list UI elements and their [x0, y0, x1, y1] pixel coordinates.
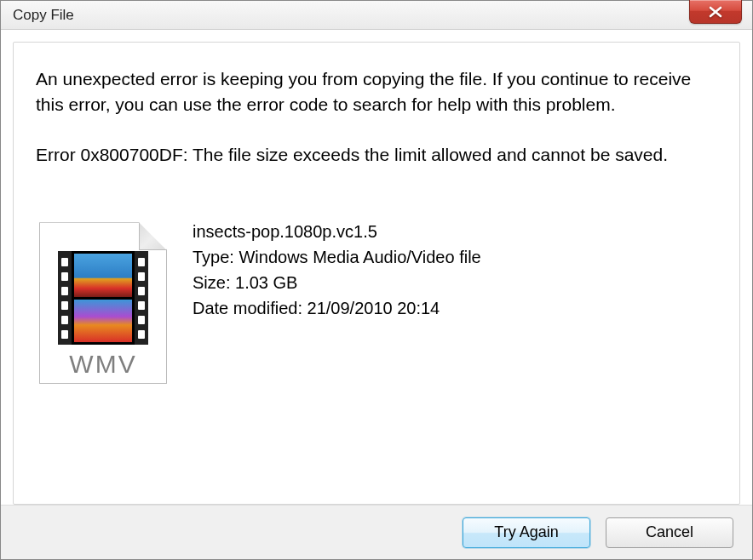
- file-ext-label: WMV: [39, 350, 167, 379]
- button-bar: Try Again Cancel: [1, 505, 752, 559]
- content-panel: An unexpected error is keeping you from …: [13, 42, 740, 505]
- cancel-button[interactable]: Cancel: [606, 517, 733, 548]
- titlebar: Copy File: [1, 1, 752, 30]
- error-code-line: Error 0x800700DF: The file size exceeds …: [36, 142, 717, 168]
- file-modified-row: Date modified: 21/09/2010 20:14: [193, 295, 481, 321]
- try-again-button[interactable]: Try Again: [463, 517, 590, 548]
- file-size-label: Size:: [193, 273, 230, 292]
- file-size-value: 1.03 GB: [235, 273, 297, 292]
- file-details: insects-pop.1080p.vc1.5 Type: Windows Me…: [193, 219, 481, 321]
- file-modified-label: Date modified:: [193, 299, 302, 317]
- file-type-row: Type: Windows Media Audio/Video file: [193, 244, 481, 270]
- file-type-label: Type:: [193, 248, 234, 266]
- file-info-row: WMV insects-pop.1080p.vc1.5 Type: Window…: [36, 222, 717, 384]
- error-message: An unexpected error is keeping you from …: [36, 66, 717, 118]
- close-icon: [709, 6, 722, 18]
- file-type-value: Windows Media Audio/Video file: [239, 248, 480, 266]
- content-area: An unexpected error is keeping you from …: [1, 30, 752, 505]
- dialog-window: Copy File An unexpected error is keeping…: [0, 0, 753, 560]
- file-icon: WMV: [39, 222, 167, 384]
- file-name: insects-pop.1080p.vc1.5: [193, 219, 481, 244]
- file-modified-value: 21/09/2010 20:14: [308, 299, 440, 317]
- window-title: Copy File: [13, 7, 74, 24]
- file-size-row: Size: 1.03 GB: [193, 270, 481, 295]
- close-button[interactable]: [689, 0, 742, 24]
- filmstrip-icon: [58, 251, 148, 345]
